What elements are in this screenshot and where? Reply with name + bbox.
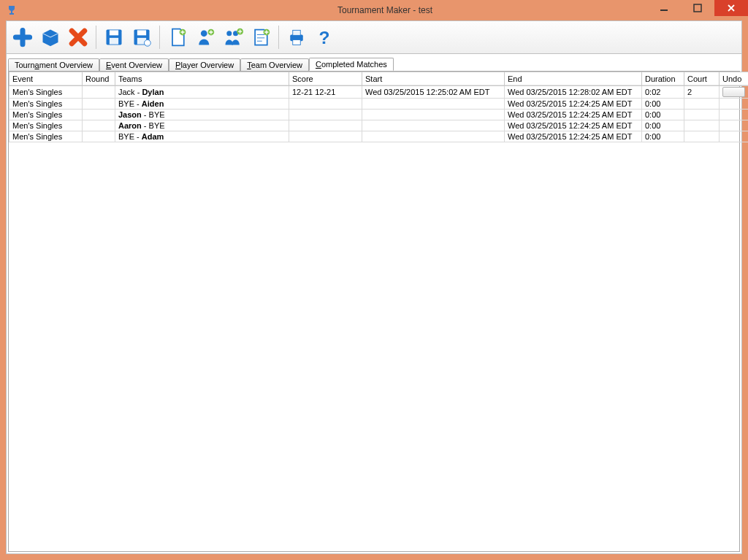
window-title: Tournament Maker - test: [22, 5, 748, 15]
svg-text:?: ?: [319, 28, 330, 47]
cell-score: [289, 110, 362, 120]
cell-duration: 0:02: [642, 86, 684, 99]
svg-rect-18: [293, 30, 301, 35]
add-player-button[interactable]: [192, 24, 218, 50]
toolbar-separator: [278, 26, 279, 49]
add-event-button[interactable]: [248, 24, 274, 50]
save-as-button[interactable]: …: [129, 24, 155, 50]
cell-event: Men's Singles: [9, 110, 83, 120]
table-row[interactable]: Men's SinglesJason - BYEWed 03/25/2015 1…: [9, 110, 749, 120]
new-document-button[interactable]: [164, 24, 191, 50]
col-event[interactable]: Event: [9, 72, 83, 86]
help-button[interactable]: ?: [311, 24, 337, 50]
cell-duration: 0:00: [642, 120, 684, 131]
tab-completed-matches: Event Round Teams Score Start End Durati…: [8, 71, 740, 552]
svg-rect-4: [110, 38, 118, 45]
table-row[interactable]: Men's SinglesBYE - AidenWed 03/25/2015 1…: [9, 99, 749, 110]
new-button[interactable]: [9, 24, 36, 50]
toolbar-separator: [159, 26, 160, 49]
cell-score: 12-21 12-21: [289, 86, 362, 99]
cell-undo: [720, 110, 749, 120]
cell-start: Wed 03/25/2015 12:25:02 AM EDT: [362, 86, 505, 99]
cell-teams: Aaron - BYE: [115, 120, 289, 131]
tab-4[interactable]: Completed Matches: [309, 58, 394, 71]
cell-score: [289, 131, 362, 142]
cell-score: [289, 99, 362, 110]
cell-teams: Jason - BYE: [115, 110, 289, 120]
cell-court: 2: [684, 86, 720, 99]
cell-round: [83, 86, 115, 99]
cell-event: Men's Singles: [9, 99, 83, 110]
svg-point-11: [201, 30, 207, 37]
svg-point-13: [226, 31, 232, 36]
cell-round: [83, 99, 115, 110]
cell-start: [362, 131, 505, 142]
save-button[interactable]: [101, 24, 127, 50]
maximize-button[interactable]: [681, 0, 714, 16]
titlebar[interactable]: Tournament Maker - test: [0, 0, 748, 20]
cell-event: Men's Singles: [9, 131, 83, 142]
cell-event: Men's Singles: [9, 86, 83, 99]
undo-button[interactable]: [722, 87, 745, 97]
cell-round: [83, 120, 115, 131]
cell-end: Wed 03/25/2015 12:28:02 AM EDT: [505, 86, 642, 99]
col-undo[interactable]: Undo: [720, 72, 749, 86]
cell-undo: [720, 86, 749, 99]
minimize-button[interactable]: [647, 0, 681, 16]
cell-court: [684, 120, 720, 131]
cell-start: [362, 110, 505, 120]
tab-2[interactable]: Player Overview: [169, 58, 240, 71]
svg-rect-6: [137, 30, 146, 35]
cell-court: [684, 131, 720, 142]
cell-duration: 0:00: [642, 99, 684, 110]
table-row[interactable]: Men's SinglesAaron - BYEWed 03/25/2015 1…: [9, 120, 749, 131]
col-score[interactable]: Score: [289, 72, 362, 86]
col-round[interactable]: Round: [83, 72, 115, 86]
col-court[interactable]: Court: [684, 72, 720, 86]
svg-rect-1: [694, 4, 701, 12]
cell-teams: Jack - Dylan: [115, 86, 289, 99]
col-teams[interactable]: Teams: [115, 72, 289, 86]
cell-end: Wed 03/25/2015 12:24:25 AM EDT: [505, 99, 642, 110]
table-row[interactable]: Men's SinglesJack - Dylan12-21 12-21Wed …: [9, 86, 749, 99]
tab-3[interactable]: Team Overview: [240, 58, 309, 71]
app-icon: [6, 4, 18, 16]
cell-undo: [720, 120, 749, 131]
cell-duration: 0:00: [642, 110, 684, 120]
matches-table: Event Round Teams Score Start End Durati…: [9, 72, 748, 142]
col-end[interactable]: End: [505, 72, 642, 86]
tab-1[interactable]: Event Overview: [99, 58, 169, 71]
cell-end: Wed 03/25/2015 12:24:25 AM EDT: [505, 120, 642, 131]
close-button[interactable]: [714, 0, 748, 16]
cell-teams: BYE - Adam: [115, 131, 289, 142]
tabstrip: Tournament OverviewEvent OverviewPlayer …: [7, 54, 741, 70]
tab-0[interactable]: Tournament Overview: [8, 58, 99, 71]
cell-start: [362, 99, 505, 110]
svg-rect-3: [110, 30, 118, 35]
cell-end: Wed 03/25/2015 12:24:25 AM EDT: [505, 110, 642, 120]
cell-round: [83, 131, 115, 142]
cell-round: [83, 110, 115, 120]
cell-end: Wed 03/25/2015 12:24:25 AM EDT: [505, 131, 642, 142]
cell-duration: 0:00: [642, 131, 684, 142]
col-start[interactable]: Start: [362, 72, 505, 86]
add-team-button[interactable]: [220, 24, 246, 50]
cell-court: [684, 99, 720, 110]
col-duration[interactable]: Duration: [642, 72, 684, 86]
delete-button[interactable]: [65, 24, 91, 50]
toolbar: … ?: [7, 21, 741, 54]
cell-start: [362, 120, 505, 131]
table-row[interactable]: Men's SinglesBYE - AdamWed 03/25/2015 12…: [9, 131, 749, 142]
cell-teams: BYE - Aiden: [115, 99, 289, 110]
print-button[interactable]: [283, 24, 310, 50]
cell-undo: [720, 131, 749, 142]
svg-rect-0: [660, 9, 668, 11]
toolbar-separator: [96, 26, 96, 49]
cell-court: [684, 110, 720, 120]
cell-score: [289, 120, 362, 131]
svg-text:…: …: [145, 41, 150, 46]
cell-undo: [720, 99, 749, 110]
cell-event: Men's Singles: [9, 120, 83, 131]
svg-rect-19: [293, 40, 301, 45]
open-button[interactable]: [37, 24, 64, 50]
